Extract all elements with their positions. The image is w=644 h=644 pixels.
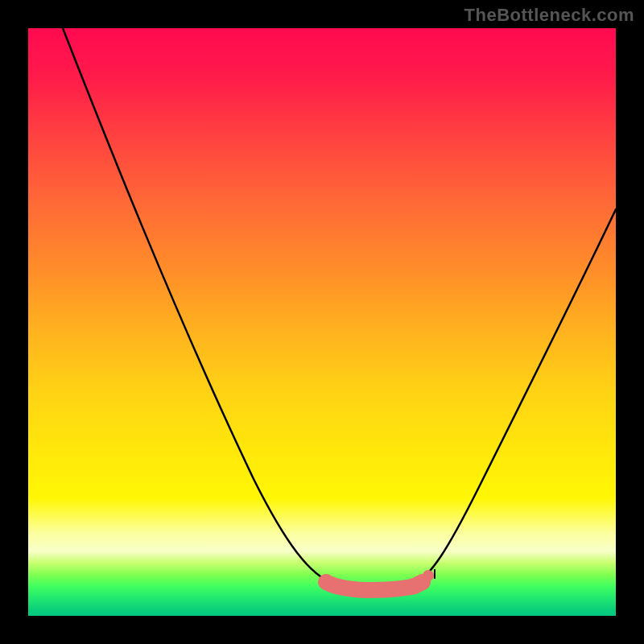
plot-area xyxy=(28,28,616,616)
curve-highlight-dot xyxy=(423,570,434,581)
bottleneck-curve-svg xyxy=(28,28,616,616)
curve-path-main xyxy=(63,28,616,588)
watermark-text: TheBottleneck.com xyxy=(464,5,634,26)
curve-highlight-band xyxy=(326,582,423,590)
